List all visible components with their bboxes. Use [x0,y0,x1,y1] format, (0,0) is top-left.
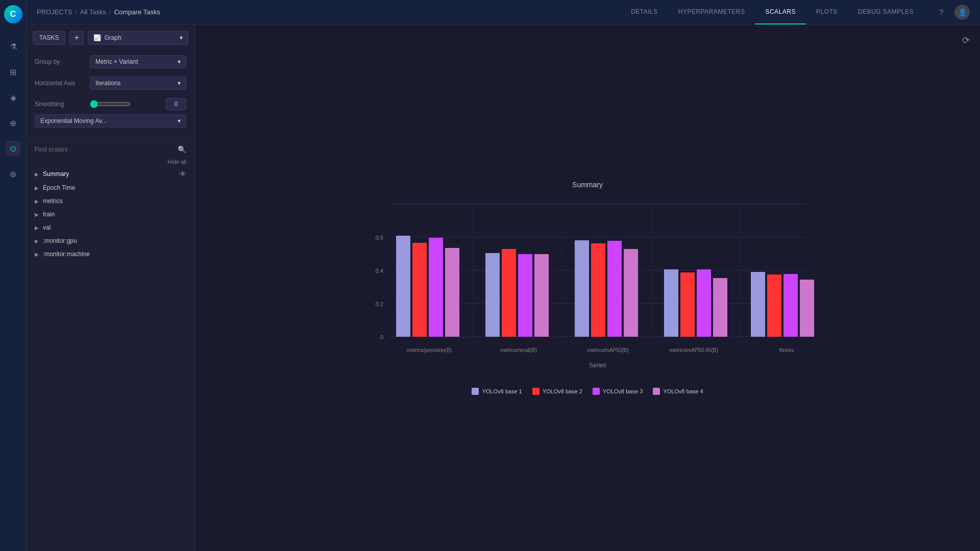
scalar-group-val[interactable]: ▶ val [27,221,194,234]
group-by-chevron-icon: ▾ [178,58,181,65]
sidebar-item-models[interactable]: ⊕ [6,115,21,131]
scalar-group-metrics[interactable]: ▶ metrics [27,194,194,208]
scalar-group-train-left: ▶ train [35,211,55,218]
smoothing-method-chevron-icon: ▾ [178,117,181,124]
legend-color-2 [532,388,540,395]
scalar-group-monitor-gpu-label: :monitor:gpu [43,237,77,244]
tab-details[interactable]: DETAILS [621,0,668,24]
topnav-right: ? 👤 [934,5,970,20]
scalar-group-train[interactable]: ▶ train [27,208,194,221]
svg-rect-20 [624,249,638,337]
svg-rect-18 [591,243,605,337]
scalar-group-epoch-time-label: Epoch Time [43,184,75,191]
svg-rect-10 [412,243,427,337]
scalar-group-monitor-machine[interactable]: ▶ :monitor:machine [27,247,194,261]
chart-area: ⟳ Summary 0 0.2 [195,24,980,551]
tab-plots[interactable]: PLOTS [806,0,848,24]
left-panel: TASKS + 📈 Graph ▾ Group by Metric + Var [27,24,195,551]
chart-container: Summary 0 0.2 0.4 0.6 [205,35,970,541]
group-by-label: Group by [35,58,86,65]
sidebar-item-experiments[interactable]: ⚗ [6,39,21,54]
add-button[interactable]: + [69,31,84,45]
smoothing-row: Smoothing [27,94,194,114]
scalar-group-train-label: train [43,211,55,218]
svg-rect-13 [485,253,500,337]
smoothing-method-row: Exponential Moving Av... ▾ [35,114,186,128]
scalar-group-monitor-gpu[interactable]: ▶ :monitor:gpu [27,234,194,247]
scalar-group-metrics-left: ▶ metrics [35,197,63,205]
breadcrumb-current: Compare Tasks [114,8,160,16]
bar-chart: 0 0.2 0.4 0.6 [358,199,817,383]
svg-text:0: 0 [380,334,383,340]
legend-label-3: YOLOv8 base 3 [603,388,643,394]
scalar-group-monitor-gpu-left: ▶ :monitor:gpu [35,237,77,244]
group-by-row: Group by Metric + Variant ▾ [27,51,194,72]
svg-rect-21 [664,269,678,337]
sidebar: C ⚗ ⊞ ◈ ⊕ ⊙ ⊛ [0,0,27,551]
horizontal-axis-chevron-icon: ▾ [178,80,181,87]
svg-text:0.4: 0.4 [376,268,383,274]
svg-text:fitness: fitness [779,347,794,353]
breadcrumb-all-tasks[interactable]: All Tasks [80,8,106,16]
svg-text:metrics/mAP50-95(B): metrics/mAP50-95(B) [669,347,718,353]
svg-text:0.6: 0.6 [376,235,383,241]
legend-color-3 [593,388,600,395]
graph-button[interactable]: 📈 Graph ▾ [88,31,188,45]
hide-all-button[interactable]: Hide all [27,157,194,167]
chevron-right-icon-5: ▶ [35,238,39,244]
svg-rect-16 [534,254,549,337]
breadcrumb-sep2: / [109,8,111,16]
graph-chevron-icon: ▾ [180,34,183,41]
avatar[interactable]: 👤 [954,5,970,20]
chart-settings-icon[interactable]: ⟳ [962,35,970,45]
scalar-group-summary[interactable]: ▶ Summary 👁 [27,167,194,181]
legend-label-4: YOLOv8 base 4 [663,388,703,394]
svg-text:0.2: 0.2 [376,301,383,307]
svg-rect-14 [502,249,516,337]
chevron-down-icon: ▶ [35,171,39,177]
content: TASKS + 📈 Graph ▾ Group by Metric + Var [27,24,980,551]
scalar-group-val-left: ▶ val [35,224,51,231]
chart-title: Summary [572,181,603,189]
sidebar-item-datasets[interactable]: ⊞ [6,64,21,80]
smoothing-method-select[interactable]: Exponential Moving Av... ▾ [35,114,186,128]
svg-rect-27 [783,274,798,337]
scalar-group-epoch-time[interactable]: ▶ Epoch Time [27,181,194,194]
tasks-label: TASKS [39,34,59,41]
sidebar-item-orchestration[interactable]: ⊙ [6,141,21,156]
svg-rect-19 [607,241,622,337]
sidebar-item-reports[interactable]: ⊛ [6,166,21,182]
search-input[interactable] [35,146,174,153]
tab-hyperparameters[interactable]: HYPERPARAMETERS [668,0,755,24]
svg-text:metrics/recall(B): metrics/recall(B) [500,347,537,353]
breadcrumb-sep1: / [75,8,77,16]
breadcrumb-projects[interactable]: PROJECTS [37,8,72,16]
legend-color-4 [653,388,660,395]
sidebar-item-pipelines[interactable]: ◈ [6,90,21,105]
horizontal-axis-select[interactable]: Iterations ▾ [90,77,186,90]
breadcrumb: PROJECTS / All Tasks / Compare Tasks [37,8,160,16]
smoothing-label: Smoothing [35,101,86,108]
help-icon[interactable]: ? [934,5,948,19]
graph-chart-icon: 📈 [93,34,101,41]
tasks-button[interactable]: TASKS [33,31,65,45]
svg-rect-26 [767,274,781,337]
smoothing-slider[interactable] [90,100,131,108]
smoothing-value-input[interactable] [166,98,186,110]
svg-rect-22 [680,272,695,337]
svg-rect-24 [713,278,727,337]
divider-1 [27,138,194,138]
legend-color-1 [472,388,479,395]
svg-rect-12 [445,248,459,337]
tab-scalars[interactable]: SCALARS [755,0,806,24]
svg-rect-11 [429,238,443,337]
toolbar: TASKS + 📈 Graph ▾ [27,31,194,51]
svg-rect-15 [518,254,532,337]
visibility-icon[interactable]: 👁 [179,170,186,178]
main-content: PROJECTS / All Tasks / Compare Tasks DET… [27,0,980,551]
tab-debug-samples[interactable]: DEBUG SAMPLES [848,0,924,24]
scalar-group-val-label: val [43,224,51,231]
group-by-select[interactable]: Metric + Variant ▾ [90,55,186,68]
topnav: PROJECTS / All Tasks / Compare Tasks DET… [27,0,980,24]
logo[interactable]: C [4,5,22,23]
